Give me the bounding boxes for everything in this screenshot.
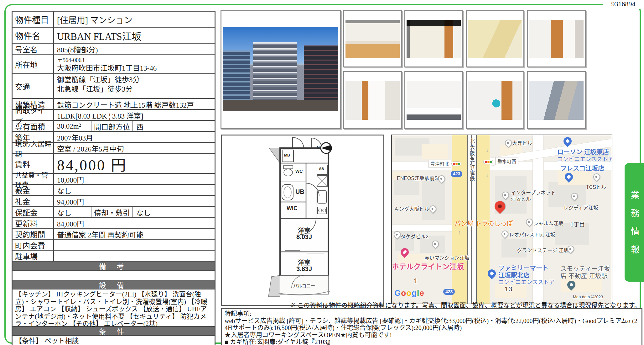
table-row: 駐車場	[13, 250, 215, 261]
row-value: 805(8階部分)	[54, 44, 215, 54]
building-photo-sky	[223, 27, 338, 111]
notes-value	[13, 271, 18, 280]
poi-label: ENEOS江坂駅前SS	[397, 174, 441, 182]
floorplan-mb-label: MB	[284, 153, 290, 157]
poi-label: パン屋 トラのしっぽ	[454, 219, 513, 228]
row-label: 礼金	[13, 196, 54, 206]
google-logo: Google	[394, 288, 424, 298]
table-row: 保証金 なし 償却・敷引 なし	[13, 206, 215, 217]
row-value: 大阪府吹田市江坂町1丁目13-46	[57, 64, 157, 72]
table-row: 号室名 805(8階部分)	[13, 43, 215, 54]
row-label: 物件名	[13, 28, 54, 43]
notes-empty-row	[13, 270, 215, 280]
block-number: 1	[414, 277, 418, 285]
row-label: 駐車場	[13, 251, 54, 261]
access-line: 御堂筋線「江坂」徒歩3分	[57, 75, 140, 85]
table-row: 契約期間 普通借家 2年間 再契約可能	[13, 228, 215, 239]
row-value: 10,000円	[54, 174, 215, 184]
hallway-photo	[345, 81, 400, 120]
row-value: 西	[133, 121, 215, 131]
floorplan-room1-size: 8.03J	[280, 233, 328, 241]
map-copyright: Map data ©2023	[573, 295, 603, 299]
road-arrow-down: ↓	[486, 172, 489, 179]
poi-label: コンビニエンスストア	[498, 278, 555, 286]
row-value: 空室 / 2026年5月中旬	[54, 143, 215, 153]
poi-label: 赤いマンション江坂	[424, 254, 470, 261]
floorplan-sb-label: SB	[319, 167, 324, 171]
road-arrow-up: ↑	[458, 229, 461, 236]
closet-photo	[529, 20, 584, 58]
row-value: 94,000円	[54, 196, 215, 206]
postal-code: 〒564-0063	[57, 56, 84, 64]
washbasin-photo	[468, 81, 522, 120]
map-block	[422, 144, 448, 159]
table-row: 専有面積 30.02m² 開口部方位 西	[13, 120, 215, 131]
photo-room-interior	[343, 10, 402, 67]
floorplan-drawing	[222, 135, 383, 305]
property-flyer-page: 9316894 業務情報 物件種目 [住居用] マンション 物件名 URBAN …	[0, 0, 644, 345]
row-label: 共益費・管理費	[13, 174, 54, 184]
table-row: 間取タイプ 1LDK[8.03 LDK ¦ 3.83 洋室]	[13, 109, 215, 120]
balcony-photo	[529, 81, 584, 120]
poi-label: 店 不動産 江坂駅	[560, 271, 608, 280]
road-arrow-down: ↓	[486, 147, 489, 154]
row-value	[54, 251, 215, 261]
row-label: 交通	[13, 74, 54, 98]
google-letter: G	[394, 288, 401, 298]
property-table: 物件種目 [住居用] マンション 物件名 URBAN FLATS江坂 号室名 8…	[12, 11, 216, 345]
special-notes-line: webサービス広告掲載 [許可]・チラシ、雑誌等掲載広告 [要確認]・カギ鍵交換…	[225, 317, 639, 325]
building-base	[223, 100, 338, 111]
special-notes-title: 特記事項:	[225, 310, 639, 317]
special-notes-box: 特記事項: webサービス広告掲載 [許可]・チラシ、雑誌等掲載広告 [要確認]…	[221, 308, 642, 345]
google-letter: e	[419, 288, 424, 298]
google-letter: o	[401, 288, 406, 298]
row-value: 普通借家 2年間 再契約可能	[54, 229, 215, 239]
poi-label: レジディア江坂	[564, 204, 598, 211]
google-letter: g	[412, 288, 417, 298]
route-shield-423: 423	[451, 171, 462, 177]
google-letter: l	[417, 288, 419, 298]
row-label: 保証金	[13, 207, 54, 217]
row-label: 現況/入居時期	[13, 143, 54, 153]
floorplan-wic-label: WIC	[287, 205, 298, 212]
junction-label: 垂水町西	[495, 157, 518, 165]
map-railway-label: 北大阪急行電鉄	[468, 138, 475, 182]
floorplan-north-label: N	[317, 145, 319, 150]
row-label: 償却・敷引	[91, 207, 133, 217]
floorplan-wc-label: WC	[295, 169, 303, 174]
bathroom-photo	[468, 20, 522, 58]
row-label: 物件種目	[13, 12, 54, 27]
poi-label: TCSビル	[586, 183, 606, 190]
table-row: 交通 御堂筋線「江坂」徒歩3分 北急線「江坂」徒歩3分	[13, 73, 215, 98]
equipment-text: 【キッチン】 IHクッキングヒーター(2口) 【水廻り】 洗面台(独立)・シャワ…	[13, 289, 215, 326]
table-row: 現況/入居時期 空室 / 2026年5月中旬	[13, 142, 215, 153]
row-label: 間取タイプ	[13, 110, 54, 120]
floorplan-balcony-label: バルコニー	[280, 282, 328, 289]
business-info-tab: 業務情報	[625, 163, 644, 282]
special-notes-line: 4Hサポートのみ):16,500円(税込/入居時)・住宅総合保険(フレックス):…	[225, 324, 639, 332]
row-value: 1LDK[8.03 LDK ¦ 3.83 洋室]	[54, 110, 215, 120]
location-map: 北大阪急行電鉄 ↓ ↓ ↑ 豊津町北 垂水町西 423 423 大昇ビル ローソ…	[391, 135, 612, 304]
block-label: 1丁目	[570, 220, 585, 228]
photo-building-exterior	[221, 10, 341, 129]
row-value: 84,000円	[54, 218, 215, 228]
equipment-row: 【キッチン】 IHクッキングヒーター(2口) 【水廻り】 洗面台(独立)・シャワ…	[13, 289, 215, 326]
poi-label: タケダビル2	[401, 232, 428, 240]
special-notes-line: ★入居者専用コワーキングスペースOPEN★内覧も可能です!	[225, 332, 639, 339]
row-label: 更新料	[13, 218, 54, 228]
row-value: なし	[54, 185, 215, 195]
notes-header-band: 備 考	[13, 261, 215, 270]
table-row: 礼金 94,000円	[13, 195, 215, 206]
photo-toilet	[404, 71, 463, 129]
traffic-signal-icon	[451, 162, 461, 166]
row-value: 30.02m²	[54, 121, 91, 131]
photo-kitchen	[404, 10, 463, 67]
business-info-tab-label: 業務情報	[628, 182, 641, 263]
map-block	[422, 179, 445, 220]
kitchen-photo	[407, 20, 461, 58]
poi-label: コンビニエンスストア	[557, 155, 612, 163]
row-label: 所在地	[13, 55, 54, 73]
row-label: 専有面積	[13, 121, 54, 131]
photo-bathroom	[466, 10, 524, 67]
row-value: なし	[54, 207, 91, 217]
